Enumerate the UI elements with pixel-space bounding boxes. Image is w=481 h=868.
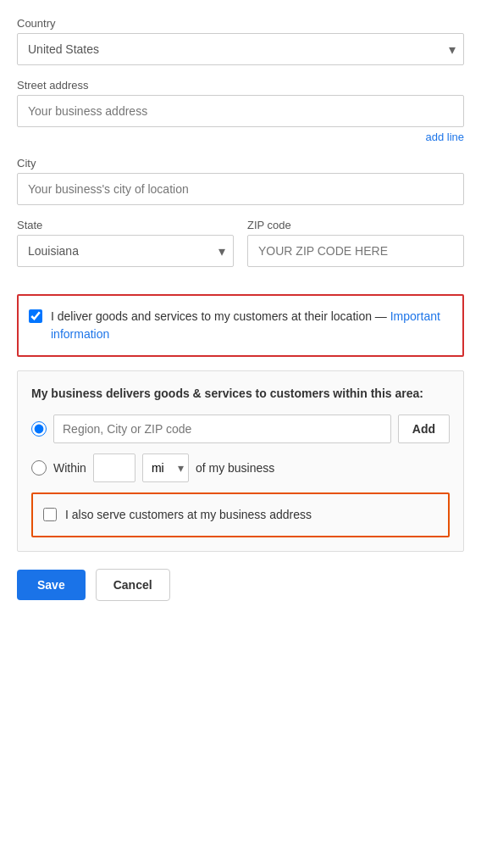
serve-customers-section: I also serve customers at my business ad… [31, 492, 450, 537]
of-my-business-label: of my business [196, 461, 274, 475]
deliver-checkbox[interactable] [29, 309, 42, 323]
delivery-area-box: My business delivers goods & services to… [17, 370, 464, 552]
city-field: City [17, 157, 464, 205]
country-select[interactable]: United States [17, 33, 464, 65]
region-input[interactable] [53, 415, 391, 443]
cancel-button[interactable]: Cancel [96, 569, 170, 601]
region-radio-row: Add [31, 415, 450, 443]
state-select-wrapper: Louisiana [17, 235, 234, 267]
within-label: Within [53, 461, 86, 475]
within-input[interactable]: 0 [93, 453, 135, 482]
save-button[interactable]: Save [17, 570, 86, 600]
street-input[interactable] [17, 95, 464, 127]
delivery-area-title: My business delivers goods & services to… [31, 385, 450, 403]
street-address-field: Street address add line [17, 79, 464, 143]
unit-select-wrapper: mi km [142, 453, 189, 482]
region-radio[interactable] [31, 421, 47, 437]
within-radio[interactable] [31, 460, 47, 476]
street-label: Street address [17, 79, 464, 92]
serve-customers-label: I also serve customers at my business ad… [65, 506, 312, 524]
country-label: Country [17, 17, 464, 30]
add-line-link[interactable]: add line [17, 131, 464, 143]
state-field: State Louisiana [17, 219, 234, 267]
deliver-label: I deliver goods and services to my custo… [51, 308, 452, 343]
add-button[interactable]: Add [398, 415, 450, 443]
zip-input[interactable] [247, 235, 464, 267]
state-select[interactable]: Louisiana [17, 235, 234, 267]
state-zip-row: State Louisiana ZIP code [17, 219, 464, 281]
deliver-checkbox-section: I deliver goods and services to my custo… [17, 294, 464, 357]
serve-customers-checkbox[interactable] [43, 508, 57, 521]
city-label: City [17, 157, 464, 170]
city-input[interactable] [17, 173, 464, 205]
zip-label: ZIP code [247, 219, 464, 231]
country-select-wrapper: United States [17, 33, 464, 65]
buttons-row: Save Cancel [17, 569, 464, 601]
state-label: State [17, 219, 234, 231]
within-radio-row: Within 0 mi km of my business [31, 453, 450, 482]
country-field: Country United States [17, 17, 464, 65]
deliver-text: I deliver goods and services to my custo… [51, 309, 390, 323]
zip-field: ZIP code [247, 219, 464, 267]
unit-select[interactable]: mi km [142, 453, 189, 482]
